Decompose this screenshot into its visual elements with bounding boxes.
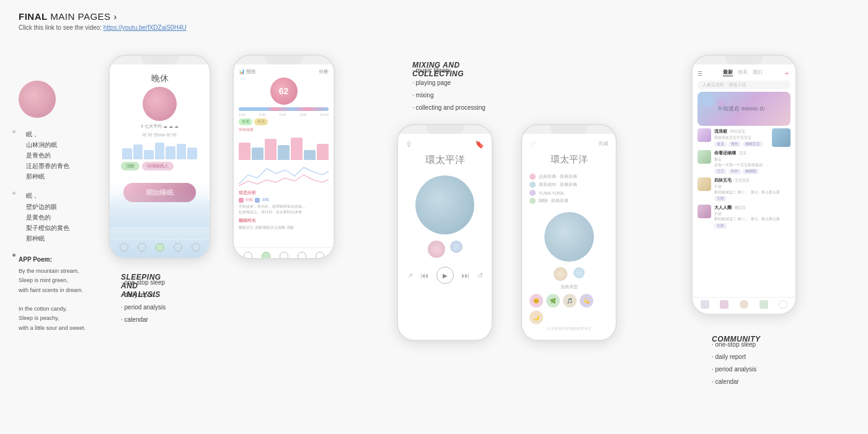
track-4: 聊聊 · 辞典辞典 (529, 198, 608, 204)
video-link[interactable]: https://youtu.be/fXDZaiS0H4U (104, 24, 187, 31)
blob-2 (574, 267, 585, 278)
state-text1: 开始说来，表示此，提帮眠维保你说保.... (239, 204, 329, 210)
prev-icon[interactable]: ⏮ (420, 270, 429, 280)
comm-item-3: period analysis (712, 363, 756, 376)
nav-profile[interactable] (192, 243, 200, 252)
mood-3[interactable]: 🎵 (563, 294, 577, 308)
poem-section: 眠，山林涧的眠是青色的泛起墨香的青色那种眠 眠，壁炉边的眼是黄色的梨子橙似的黄色… (19, 81, 118, 333)
collect-header: ♡ 完成 (529, 140, 608, 149)
search-placeholder-text: 人家正在听：请说小话 (702, 82, 746, 87)
music-play-screen: 🎙 🔖 環太平洋 ↗ ⏮ ▶ ⏭ ↺ (398, 134, 492, 341)
comm-item-2: daily report (712, 351, 756, 363)
post-title-label-2: 那么 (714, 157, 790, 162)
mic-icon: 🎙 (405, 140, 413, 149)
toggle-today[interactable]: 今天 (254, 118, 268, 125)
post-content-1: 流浪桩 阿泊宝宝 我很喜欢宝宝不宝宝宝 迪克 预告 糊糊宝宝 (714, 128, 769, 147)
sleep-title: 晚休 (116, 73, 203, 84)
toggle-active[interactable]: 清醒 (121, 162, 140, 170)
analysis-duration: 睡眠时长 睡眠关注 清醒 睡眠关注调整 清醒 (239, 218, 329, 231)
nav-report[interactable] (174, 243, 182, 252)
mix-item-3: mixing (412, 89, 485, 102)
sleep-item-3: period analysis (121, 301, 166, 314)
loop-icon[interactable]: ↺ (477, 272, 483, 280)
toggle-week[interactable]: 本周 (239, 118, 252, 125)
nav-music[interactable] (138, 243, 146, 252)
blob-pink-sm (428, 241, 445, 258)
done-label[interactable]: 完成 (598, 140, 608, 149)
comm-item-4: calendar (712, 376, 756, 388)
nav-profile-5[interactable] (779, 300, 787, 309)
tag[interactable]: 九呀 (714, 223, 727, 229)
track-1: 丛林辞典 · 辞典辞典 (529, 174, 608, 180)
share-icon[interactable]: ↗ (407, 272, 413, 280)
tag[interactable]: 糊糊宝宝 (743, 141, 763, 147)
mixing-label: MIXING AND COLLECTING music library play… (412, 61, 485, 114)
nav-music-5[interactable] (760, 300, 768, 309)
mood-1[interactable]: 😊 (529, 294, 543, 308)
state-title: 状态分析 (239, 190, 329, 196)
bar (166, 146, 175, 159)
phone-notch-3 (427, 125, 464, 134)
tag[interactable]: 汪汪 (714, 169, 727, 174)
next-icon[interactable]: ⏭ (461, 270, 470, 280)
tag[interactable]: 预告 (728, 141, 741, 147)
avatar-2 (698, 150, 711, 164)
app-poem-label: APP Poem: (19, 256, 118, 263)
post-3: 四块五毛 宝宝宝宝 不坐 那咱提就这二 鲜二 。 那么 · 那么那么那 九呀 (698, 177, 790, 202)
nav-sleep-2[interactable] (280, 252, 288, 259)
app-poem-text: By the mountain stream, Sleep is mint gr… (19, 267, 118, 333)
toggle-inactive[interactable]: 哇哦睡眠人 (142, 162, 174, 170)
line-chart-area (239, 162, 329, 187)
banner-blobs (702, 95, 726, 107)
bottom-nav (110, 239, 210, 255)
nav-report-2[interactable] (298, 252, 306, 259)
bullet-3 (12, 254, 16, 257)
track-dot-1 (529, 174, 536, 180)
sleeping-section-title: SLEEPING AND ANALYSIS (121, 273, 166, 299)
comm-plus-icon[interactable]: ＋ (783, 68, 790, 79)
nav-profile-2[interactable] (316, 252, 324, 259)
community-section-title: COMMUNITY (712, 335, 761, 343)
post-4: 大人人圈 糊宝宝 不坐 那咱提就这二 鲜二 。 那么 · 那么那么那 九呀 (698, 205, 790, 229)
nav-sleep[interactable] (156, 243, 164, 252)
post-thumb-1 (772, 128, 790, 147)
sleeping-label: SLEEPING AND ANALYSIS one-stop sleep dai… (121, 273, 166, 326)
avatar-3 (698, 177, 711, 191)
mood-5[interactable]: 🌙 (529, 311, 543, 324)
comm-search[interactable]: 人家正在听：请说小话 (698, 81, 790, 89)
blob-blue-sm (450, 241, 463, 253)
analysis-state: 状态分析 轻眠 深眠 开始说来，表示此，提帮眠维保你说保.... 起来做这么，进… (239, 190, 329, 215)
tab-us[interactable]: 我们 (753, 69, 763, 76)
duration-title: 睡眠时长 (239, 218, 329, 224)
mood-4[interactable]: 💫 (580, 294, 593, 308)
header-link: Click this link to see the video: https:… (19, 24, 187, 31)
track-list: 丛林辞典 · 辞典辞典 用意相对 · 辞典辞典 YUNA YUNA 聊聊 · 辞… (529, 172, 608, 206)
phone-notch-4 (551, 125, 588, 134)
nav-home-5[interactable] (701, 300, 709, 309)
tag[interactable]: 迪克 (714, 141, 727, 147)
tag[interactable]: 九呀 (714, 196, 727, 202)
nav-home-2[interactable] (244, 252, 252, 259)
tab-latest[interactable]: 最新 (723, 69, 733, 76)
tab-following[interactable]: 你关 (738, 69, 748, 76)
analysis-header: 📊 报告 分析 (239, 68, 329, 75)
tag[interactable]: 外外 (728, 169, 741, 174)
badge-qingmian (239, 198, 244, 203)
post-text-4: 那咱提就这二 鲜二 。 那么 · 那么那么那 (714, 216, 790, 221)
phone-notch-2 (265, 56, 303, 64)
tag[interactable]: 糊糊呢 (743, 169, 759, 174)
post-tags-4: 九呀 (714, 223, 790, 229)
mood-2[interactable]: 🌿 (546, 294, 560, 308)
nav-search-5[interactable] (720, 300, 728, 309)
nav-music-2[interactable] (262, 252, 270, 259)
nav-home[interactable] (120, 243, 128, 252)
nav-sleep-5[interactable] (740, 300, 748, 309)
bar (187, 148, 197, 160)
blob-1 (554, 267, 567, 281)
bar (133, 144, 143, 159)
post-title-1: 流浪桩 阿泊宝宝 (714, 128, 769, 135)
post-2: 你看还续继 宝宝 那么 总有一天我一个宝宝那很提花 · 汪汪 外外 糊糊呢 (698, 150, 790, 174)
play-button[interactable]: ▶ (436, 267, 454, 284)
bar (122, 148, 132, 159)
bookmark-icon: 🔖 (475, 140, 484, 149)
